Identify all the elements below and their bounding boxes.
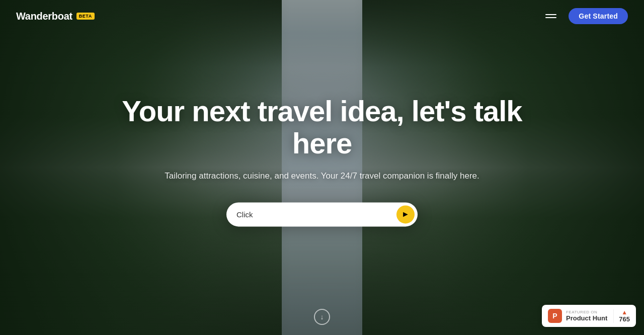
search-bar: ► xyxy=(226,202,418,226)
product-hunt-badge[interactable]: P FEATURED ON Product Hunt ▲ 765 xyxy=(542,305,636,327)
scroll-down-button[interactable]: ↓ xyxy=(314,309,330,325)
product-hunt-info: FEATURED ON Product Hunt xyxy=(566,310,607,322)
hero-content: Your next travel idea, let's talk here T… xyxy=(96,95,548,226)
logo-text: Wanderboat xyxy=(16,11,72,22)
logo-container: Wanderboat BETA xyxy=(16,11,95,22)
search-submit-button[interactable]: ► xyxy=(396,205,415,223)
beta-badge: BETA xyxy=(76,13,95,20)
hero-title: Your next travel idea, let's talk here xyxy=(96,95,548,159)
submit-arrow-icon: ► xyxy=(401,210,410,218)
search-input[interactable] xyxy=(236,210,396,219)
product-hunt-featured-text: FEATURED ON xyxy=(566,310,607,314)
nav-right: Get Started xyxy=(543,8,628,24)
product-hunt-logo: P xyxy=(548,309,562,323)
hamburger-line-2 xyxy=(545,17,556,18)
hamburger-button[interactable] xyxy=(543,12,558,20)
navbar: Wanderboat BETA Get Started xyxy=(0,0,644,32)
product-hunt-number: 765 xyxy=(619,315,630,323)
hamburger-line-1 xyxy=(545,14,556,15)
product-hunt-upvote-icon: ▲ xyxy=(621,309,627,315)
scroll-down-icon: ↓ xyxy=(320,313,324,321)
get-started-button[interactable]: Get Started xyxy=(569,8,628,24)
product-hunt-name: Product Hunt xyxy=(566,314,607,322)
hero-subtitle: Tailoring attractions, cuisine, and even… xyxy=(96,170,548,183)
product-hunt-count: ▲ 765 xyxy=(613,309,630,323)
